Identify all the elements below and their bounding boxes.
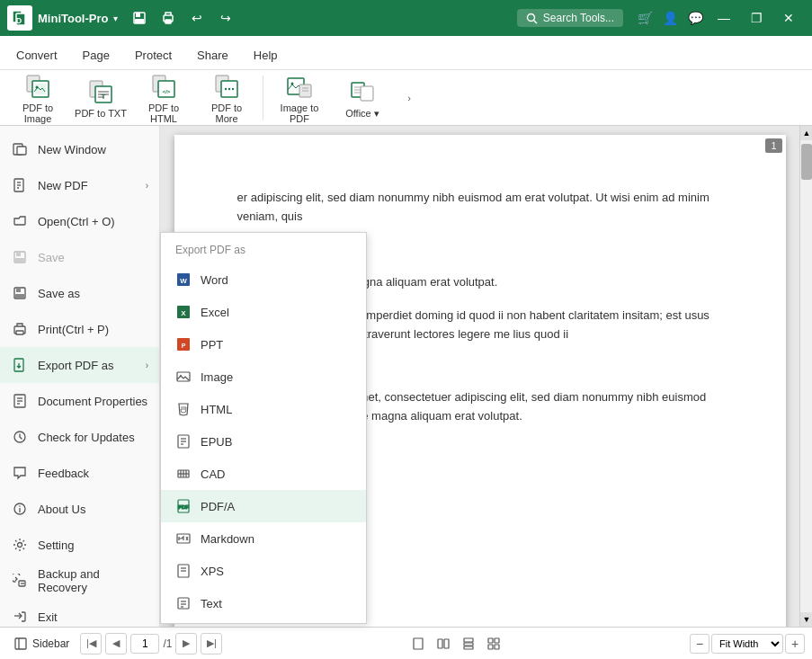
page-number-input[interactable] — [130, 634, 159, 654]
menu-backup[interactable]: Backup and Recovery — [0, 563, 159, 599]
save-icon-btn[interactable] — [127, 5, 152, 31]
submenu-ppt[interactable]: P PPT — [161, 328, 366, 361]
view-single-btn[interactable] — [407, 633, 429, 655]
nav-prev-btn[interactable]: ◀ — [105, 633, 127, 655]
image-to-pdf-btn[interactable]: Image to PDF — [269, 74, 330, 122]
submenu-image[interactable]: Image — [161, 361, 366, 393]
svg-rect-102 — [488, 645, 493, 649]
v-scrollbar: ▲ ▼ — [799, 126, 812, 627]
pdf-to-txt-btn[interactable]: T PDF to TXT — [70, 74, 131, 122]
svg-rect-95 — [438, 639, 442, 648]
svg-text:D: D — [16, 16, 22, 25]
app-logo: D — [7, 5, 32, 31]
menu-save-as[interactable]: Save as — [0, 275, 159, 311]
view-grid-btn[interactable] — [483, 633, 504, 655]
comment-icon-btn[interactable]: 💬 — [683, 5, 708, 31]
submenu-text[interactable]: Text — [161, 587, 366, 619]
svg-text:</>: </> — [163, 89, 171, 94]
submenu-epub[interactable]: EPUB — [161, 425, 366, 458]
scroll-thumb[interactable] — [801, 144, 812, 180]
tab-page[interactable]: Page — [70, 40, 122, 69]
view-scroll-btn[interactable] — [458, 633, 479, 655]
menu-check-updates-label: Check for Updates — [38, 431, 148, 444]
text-icon — [175, 595, 192, 611]
nav-first-btn[interactable]: |◀ — [80, 633, 102, 655]
svg-text:P: P — [182, 343, 186, 349]
doc-props-icon — [11, 392, 29, 410]
title-quick-actions: ↩ ↪ — [127, 5, 238, 31]
svg-rect-97 — [464, 638, 473, 642]
user-icon-btn[interactable]: 👤 — [657, 5, 683, 31]
submenu-html[interactable]: HTML — [161, 393, 366, 425]
menu-exit[interactable]: Exit — [0, 599, 159, 635]
view-double-btn[interactable] — [433, 633, 454, 655]
menu-doc-props-label: Document Properties — [38, 395, 148, 408]
tab-protect[interactable]: Protect — [122, 40, 184, 69]
minimize-btn[interactable]: — — [708, 0, 740, 36]
app-name: MiniTool-Pro — [38, 12, 108, 25]
menu-new-pdf[interactable]: New PDF › — [0, 167, 159, 203]
print-icon-btn[interactable] — [156, 5, 181, 31]
scroll-down-btn[interactable]: ▼ — [800, 612, 812, 627]
submenu-word[interactable]: W Word — [161, 263, 366, 296]
menu-print[interactable]: Print(Ctrl + P) — [0, 311, 159, 347]
menu-new-window[interactable]: New Window — [0, 131, 159, 167]
pdf-to-html-label: PDF to HTML — [137, 102, 191, 124]
menu-setting[interactable]: Setting — [0, 527, 159, 563]
menu-exit-label: Exit — [38, 610, 148, 624]
svg-rect-92 — [15, 638, 26, 649]
menu-check-updates[interactable]: Check for Updates — [0, 419, 159, 455]
office-icon — [348, 77, 377, 106]
pdf-to-html-btn[interactable]: </> PDF to HTML — [133, 74, 194, 122]
ppt-icon: P — [175, 336, 192, 352]
sidebar-toggle-btn[interactable]: Sidebar — [7, 634, 76, 654]
pdf-to-image-icon — [23, 72, 52, 101]
zoom-in-btn[interactable]: + — [785, 634, 805, 654]
left-menu: New Window New PDF › Open(Ctrl + O) Save — [0, 126, 160, 627]
submenu-markdown[interactable]: Markdown — [161, 522, 366, 555]
title-bar: D MiniTool-Pro ▾ ↩ ↪ Search Tools... 🛒 👤… — [0, 0, 812, 36]
zoom-control: − Fit Width Fit Page 50% 75% 100% 125% 1… — [690, 634, 805, 654]
submenu-pdfa[interactable]: PDF PDF/A — [161, 490, 366, 522]
search-label: Search Tools... — [543, 12, 614, 24]
nav-last-btn[interactable]: ▶| — [201, 633, 222, 655]
submenu-cad[interactable]: CAD — [161, 458, 366, 490]
menu-feedback[interactable]: Feedback — [0, 455, 159, 491]
undo-btn[interactable]: ↩ — [184, 5, 210, 31]
html-icon — [175, 401, 192, 417]
app-dropdown-arrow[interactable]: ▾ — [113, 13, 118, 23]
svg-line-9 — [533, 20, 537, 23]
svg-rect-51 — [16, 331, 23, 334]
svg-rect-49 — [15, 294, 24, 298]
zoom-out-btn[interactable]: − — [690, 634, 709, 654]
svg-rect-94 — [414, 638, 423, 649]
nav-next-btn[interactable]: ▶ — [175, 633, 197, 655]
pdf-to-more-label: PDF to More — [200, 102, 254, 124]
submenu-ppt-label: PPT — [201, 338, 223, 352]
export-submenu: Export PDF as W Word X Excel P PPT Image — [160, 232, 367, 624]
tab-share[interactable]: Share — [184, 40, 241, 69]
zoom-select[interactable]: Fit Width Fit Page 50% 75% 100% 125% 150… — [711, 634, 783, 654]
menu-doc-props[interactable]: Document Properties — [0, 383, 159, 419]
menu-open[interactable]: Open(Ctrl + O) — [0, 203, 159, 239]
search-bar[interactable]: Search Tools... — [517, 9, 623, 27]
export-pdf-as-arrow: › — [146, 361, 148, 370]
pdf-to-more-btn[interactable]: PDF to More — [196, 74, 257, 122]
pdf-to-image-btn[interactable]: PDF to Image — [7, 74, 68, 122]
menu-export-pdf-as[interactable]: Export PDF as › — [0, 347, 159, 383]
redo-btn[interactable]: ↪ — [213, 5, 238, 31]
tab-convert[interactable]: Convert — [4, 40, 70, 69]
word-icon: W — [175, 272, 192, 288]
open-icon — [11, 212, 29, 230]
submenu-excel[interactable]: X Excel — [161, 296, 366, 328]
shop-icon-btn[interactable]: 🛒 — [632, 5, 657, 31]
office-btn[interactable]: Office ▾ — [332, 74, 393, 122]
scroll-up-btn[interactable]: ▲ — [800, 126, 812, 140]
ribbon-more-btn[interactable]: › — [395, 74, 424, 122]
close-btn[interactable]: ✕ — [772, 0, 805, 36]
export-pdf-as-icon — [11, 356, 29, 374]
restore-btn[interactable]: ❐ — [740, 0, 772, 36]
submenu-xps[interactable]: XPS — [161, 555, 366, 587]
menu-about-us[interactable]: About Us — [0, 491, 159, 527]
tab-help[interactable]: Help — [241, 40, 290, 69]
